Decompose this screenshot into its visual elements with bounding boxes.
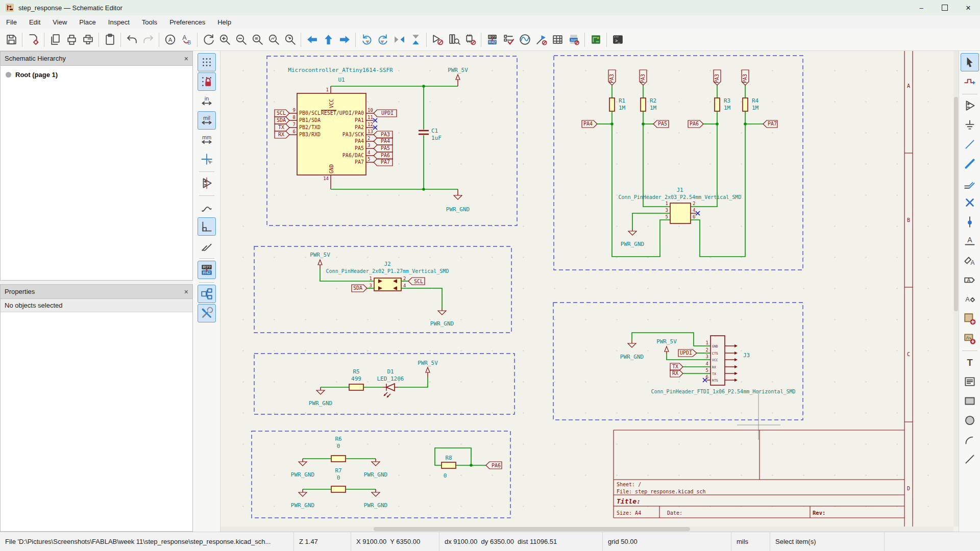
rotate-ccw-button[interactable] [358, 32, 375, 48]
r8-symbol[interactable]: R8 0 [442, 455, 456, 479]
hierarchy-navigator-button[interactable] [198, 285, 216, 303]
open-pcb-button[interactable] [587, 32, 604, 48]
r7-symbol[interactable]: R7 0 [331, 467, 346, 492]
nav-back-button[interactable] [304, 32, 320, 48]
annotate-button[interactable]: R??R42 [484, 32, 500, 48]
mirror-v-button[interactable] [407, 32, 424, 48]
global-label-pa6-r8[interactable]: PA6 [486, 462, 502, 469]
netclass-directive-button[interactable]: A [961, 252, 979, 270]
j2-symbol[interactable]: J2 Conn_PinHeader_2x02_P1.27mm_Vertical_… [326, 261, 449, 291]
r5-symbol[interactable]: R5 499 [349, 368, 363, 390]
line-tool-button[interactable] [961, 450, 979, 468]
check-symbols-button[interactable] [429, 32, 446, 48]
wire-tool-button[interactable] [961, 135, 979, 154]
global-label-rx-j3[interactable]: RX [670, 370, 683, 377]
global-label-tx-j3[interactable]: TX [670, 363, 683, 370]
no-connect-pa2[interactable] [373, 126, 377, 130]
zoom-objects-button[interactable] [265, 32, 282, 48]
global-label-pa3-v3[interactable]: PA3 [714, 70, 721, 85]
wire[interactable] [632, 213, 670, 229]
bus-entry-button[interactable] [961, 174, 979, 192]
power-pwrgnd-r7r[interactable]: PWR_GND [364, 489, 387, 509]
c1-symbol[interactable]: C1 1uF [419, 86, 442, 189]
text-tool-button[interactable]: T [961, 353, 979, 371]
print-button[interactable] [63, 32, 80, 48]
vertical-scrollbar-thumb[interactable] [954, 97, 958, 311]
redo-button[interactable] [140, 32, 156, 48]
horizontal-scrollbar-thumb[interactable] [374, 527, 690, 531]
j1-symbol[interactable]: J1 Conn_PinHeader_2x03_P2.54mm_Vertical_… [619, 187, 742, 223]
junction-tool-button[interactable] [961, 213, 979, 231]
menu-edit[interactable]: Edit [23, 15, 46, 29]
wire[interactable] [612, 124, 670, 257]
power-pwr5v-mcu[interactable]: PWR_5V [448, 67, 468, 86]
auto-annotate-button[interactable]: R??R42 [198, 261, 216, 279]
global-label-pa4-net[interactable]: PA4 [582, 120, 597, 128]
schematic-setup-button[interactable] [25, 32, 41, 48]
place-power-button[interactable] [961, 116, 979, 134]
hidden-pins-button[interactable] [198, 174, 216, 192]
save-button[interactable] [3, 32, 19, 48]
menu-file[interactable]: File [0, 15, 23, 29]
grid-override-button[interactable] [198, 72, 216, 91]
junction[interactable] [470, 464, 473, 467]
global-label-pa3-v2[interactable]: PA3 [640, 70, 647, 85]
page-settings-button[interactable] [47, 32, 63, 48]
find-replace-button[interactable]: AB [178, 32, 194, 48]
fields-table-button[interactable] [549, 32, 566, 48]
power-pwrgnd-j1[interactable]: PWR_GND [621, 229, 644, 247]
global-label-pa4[interactable]: PA4 [374, 138, 393, 145]
global-label-rx[interactable]: RX [275, 131, 289, 138]
menu-tools[interactable]: Tools [136, 15, 163, 29]
undo-button[interactable] [124, 32, 140, 48]
properties-close-icon[interactable]: × [184, 288, 188, 296]
global-label-pa3-v4[interactable]: PA3 [742, 70, 749, 85]
global-label-updi[interactable]: UPDI [374, 110, 397, 117]
rectangle-tool-button[interactable] [961, 392, 979, 410]
zoom-fit-button[interactable] [249, 32, 265, 48]
footprint-assign-button[interactable] [462, 32, 478, 48]
global-label-sda[interactable]: SDA [275, 117, 289, 124]
circle-tool-button[interactable] [961, 411, 979, 430]
u1-symbol[interactable]: Microcontroller_ATtiny1614-SSFR U1 1 VCC… [288, 67, 393, 189]
menu-preferences[interactable]: Preferences [163, 15, 211, 29]
arc-tool-button[interactable] [961, 431, 979, 449]
cursor-shape-button[interactable] [198, 150, 216, 168]
power-pwr5v-led[interactable]: PWR_5V [418, 360, 438, 378]
simulator-button[interactable] [517, 32, 533, 48]
minimize-button[interactable]: – [910, 0, 933, 15]
schematic-canvas[interactable]: A B C D Microcontroller_ATtiny1614-SSFR … [220, 51, 959, 532]
power-pwrgnd-r6l[interactable]: PWR_GND [291, 459, 314, 478]
global-label-pa7-net[interactable]: PA7 [763, 120, 777, 128]
find-button[interactable]: A [162, 32, 178, 48]
hierarchy-root-item[interactable]: Root (page 1) [1, 66, 192, 84]
power-pwrgnd-r7l[interactable]: PWR_GND [291, 489, 314, 509]
hierarchy-close-icon[interactable]: × [184, 55, 188, 63]
bom-button[interactable]: .bom [566, 32, 582, 48]
sim-probe-button[interactable] [533, 32, 549, 48]
global-label-pa5-net[interactable]: PA5 [653, 120, 669, 128]
paste-button[interactable] [102, 32, 118, 48]
dashed-group-box-led[interactable] [254, 354, 514, 414]
global-label-scl-j2[interactable]: SCL [408, 278, 425, 285]
properties-toggle-button[interactable] [198, 304, 216, 322]
net-label-button[interactable]: A [961, 232, 979, 251]
dashed-group-box-pullups[interactable] [554, 56, 803, 270]
units-mils-button[interactable]: mil [198, 111, 216, 130]
textbox-tool-button[interactable] [961, 372, 979, 391]
power-pwrgnd-r6r[interactable]: PWR_GND [364, 459, 387, 478]
menu-help[interactable]: Help [211, 15, 237, 29]
r3-symbol[interactable]: R31M [715, 85, 731, 124]
zoom-out-button[interactable] [233, 32, 249, 48]
vertical-scrollbar[interactable] [953, 51, 959, 527]
no-connect-button[interactable] [961, 193, 979, 212]
menu-place[interactable]: Place [73, 15, 102, 29]
global-label-sda-j2[interactable]: SDA [352, 285, 367, 292]
junction[interactable] [422, 188, 425, 191]
hv-wires-button[interactable] [198, 217, 216, 236]
power-pwrgnd-j2[interactable]: PWR_GND [430, 309, 454, 327]
power-pwr5v-j2[interactable]: PWR_5V [310, 252, 330, 269]
global-label-tx[interactable]: TX [275, 124, 289, 131]
global-label-pa5[interactable]: PA5 [374, 145, 393, 152]
horizontal-scrollbar[interactable] [220, 527, 953, 532]
